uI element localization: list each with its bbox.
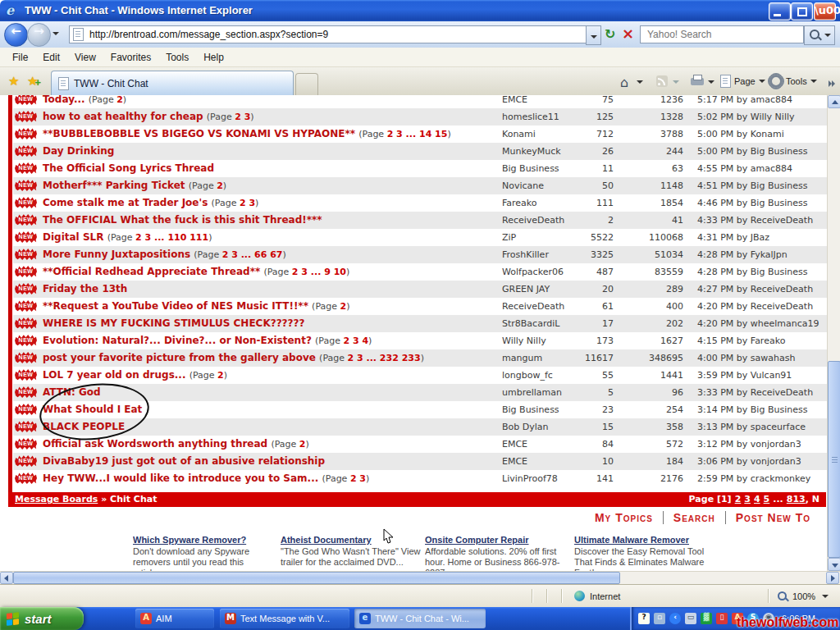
thread-last-post[interactable]: 3:12 PM by vonjordan3 [697,439,801,450]
thread-title-link[interactable]: Hey TWW...I would like to introduce you … [43,472,369,484]
thread-title-link[interactable]: Digital SLR (Page 2 3 ... 110 111) [43,231,212,243]
thread-title-link[interactable]: Evolution: Natural?... Divine?... or Non… [43,335,372,346]
url-input[interactable] [88,28,559,41]
thread-last-post[interactable]: 3:33 PM by ReceiveDeath [697,387,813,398]
thread-author[interactable]: mangum [502,353,542,363]
thread-page-links[interactable]: 2 3 ... 110 111 [135,232,208,243]
thread-author[interactable]: FroshKiller [502,249,549,260]
scroll-up-button[interactable] [828,95,840,108]
thread-last-post[interactable]: 5:00 PM by Konami [697,129,784,139]
toolbar-overflow-chevron-icon[interactable] [829,75,835,90]
thread-author[interactable]: Big Business [502,404,559,415]
menu-file[interactable]: File [5,50,35,65]
thread-last-post[interactable]: 3:59 PM by Vulcan91 [697,370,792,381]
scroll-left-button[interactable] [0,572,13,584]
thread-title-link[interactable]: More Funny Juxtapositions (Page 2 3 ... … [43,249,286,260]
ad-title-link[interactable]: Which Spyware Remover? [133,535,274,545]
minimize-button[interactable] [769,2,791,21]
thread-page-links[interactable]: 2 [217,370,224,381]
thread-title-link[interactable]: **BUBBLEBOBBLE VS BIGEGO VS KONAMI VS HY… [43,128,451,139]
thread-title-link[interactable]: LOL 7 year old on drugs... (Page 2) [43,369,227,381]
search-input[interactable] [646,28,801,41]
home-caret-icon[interactable] [637,80,643,84]
thread-author[interactable]: umbrellaman [502,387,562,398]
ad-title-link[interactable]: Ultimate Malware Remover [574,535,715,545]
thread-page-links[interactable]: 2 3 ... 9 10 [292,267,346,277]
pagination-page-link[interactable]: 5 [764,494,770,504]
action-post-new-to[interactable]: Post New To [725,511,820,524]
thread-last-post[interactable]: 4:20 PM by ReceiveDeath [697,301,813,312]
address-dropdown-button[interactable] [586,25,601,45]
thread-page-links[interactable]: 2 3 [350,473,366,484]
thread-last-post[interactable]: 4:33 PM by ReceiveDeath [697,215,813,226]
thread-last-post[interactable]: 3:14 PM by Big Business [697,404,807,415]
thread-author[interactable]: Fareako [502,198,537,208]
thread-page-links[interactable]: 2 3 ... 66 67 [222,249,283,260]
thread-author[interactable]: MunkeyMuck [502,146,561,157]
thread-last-post[interactable]: 4:27 PM by ReceiveDeath [697,284,813,294]
thread-last-post[interactable]: 4:46 PM by Big Business [697,198,807,208]
menu-view[interactable]: View [67,50,103,65]
tab-active[interactable]: TWW - Chit Chat [51,71,294,95]
signal-strength-tray-icon[interactable]: ▓ [701,613,712,624]
ad-title-link[interactable]: Onsite Computer Repair [425,535,566,545]
thread-author[interactable]: Big Business [502,163,559,174]
thread-title-link[interactable]: Come stalk me at Trader Joe's (Page 2 3) [43,197,258,208]
action-search[interactable]: Search [663,511,725,524]
taskbar-button-1[interactable]: A AIM [135,609,214,628]
zoom-level[interactable]: 100% [792,591,815,601]
thread-title-link[interactable]: post your favorite picture from the gall… [43,352,424,363]
refresh-icon[interactable]: ↻ [605,26,615,42]
thread-author[interactable]: LivinProof78 [502,473,558,484]
pagination-page-link[interactable]: 4 [754,494,760,504]
stop-icon[interactable]: × [622,25,634,42]
thread-page-links[interactable]: 2 3 ... 232 233 [348,353,421,363]
taskbar-button-2[interactable]: M Text Message with V... [220,609,349,628]
zoom-magnifier-icon[interactable] [778,591,787,600]
thread-author[interactable]: Bob Dylan [502,422,549,432]
thread-title-link[interactable]: The OFFICIAL What the fuck is this shit … [43,214,322,226]
horizontal-scrollbar[interactable] [0,571,840,584]
rss-feed-icon[interactable] [656,75,668,87]
thread-last-post[interactable]: 5:02 PM by Willy Nilly [697,112,795,122]
action-my-topics[interactable]: My Topics [585,511,663,524]
print-icon[interactable] [691,78,704,85]
thread-author[interactable]: longbow_fc [502,370,553,381]
thread-author[interactable]: EMCE [502,456,527,467]
search-options-caret-icon[interactable] [824,34,831,37]
thread-page-links[interactable]: 2 [217,180,223,191]
system-restore-tray-icon[interactable]: ‹ [669,613,681,624]
ad-title-link[interactable]: Atheist Documentary [281,535,422,545]
breadcrumb-boards-link[interactable]: Message Boards [15,494,98,504]
thread-title-link[interactable]: **Official Redhead Appreciate Thread** (… [43,266,349,277]
page-menu-button[interactable]: Page [720,73,765,89]
thread-last-post[interactable]: 4:31 PM by JBaz [697,232,769,243]
back-button[interactable]: ← [4,23,28,47]
thread-title-link[interactable]: Friday the 13th [43,283,127,294]
thread-last-post[interactable]: 3:13 PM by spaceurface [697,422,806,432]
thread-author[interactable]: Novicane [502,180,544,191]
thread-last-post[interactable]: 4:51 PM by Big Business [697,180,807,191]
thread-author[interactable]: GREEN JAY [502,284,550,294]
thread-last-post[interactable]: 4:28 PM by Big Business [697,267,807,277]
thread-last-post[interactable]: 5:00 PM by Big Business [697,146,807,157]
menu-tools[interactable]: Tools [158,50,196,65]
menu-edit[interactable]: Edit [35,50,67,65]
add-favorite-icon[interactable]: ★+ [27,74,38,89]
pagination-page-link[interactable]: 3 [744,494,751,504]
menu-favorites[interactable]: Favorites [103,50,158,65]
thread-author[interactable]: EMCE [502,95,527,105]
close-button[interactable]: \u00d7 [814,2,836,21]
vertical-scroll-thumb[interactable] [828,361,840,558]
favorites-center-icon[interactable]: ★ [8,74,19,89]
thread-page-links[interactable]: 2 3 [240,198,255,208]
thread-last-post[interactable]: 4:00 PM by sawahash [697,353,795,363]
thread-page-links[interactable]: 2 3 4 [343,336,368,346]
scroll-right-button[interactable] [826,572,839,584]
thread-last-post[interactable]: 3:06 PM by vonjordan3 [697,456,801,467]
thread-last-post[interactable]: 4:20 PM by wheelmanca19 [697,318,819,329]
pagination-last-link[interactable]: 813 [787,494,806,504]
scroll-down-button[interactable] [828,558,840,571]
thread-title-link[interactable]: Today... (Page 2) [43,95,126,105]
pagination-page-link[interactable]: 2 [735,494,742,504]
